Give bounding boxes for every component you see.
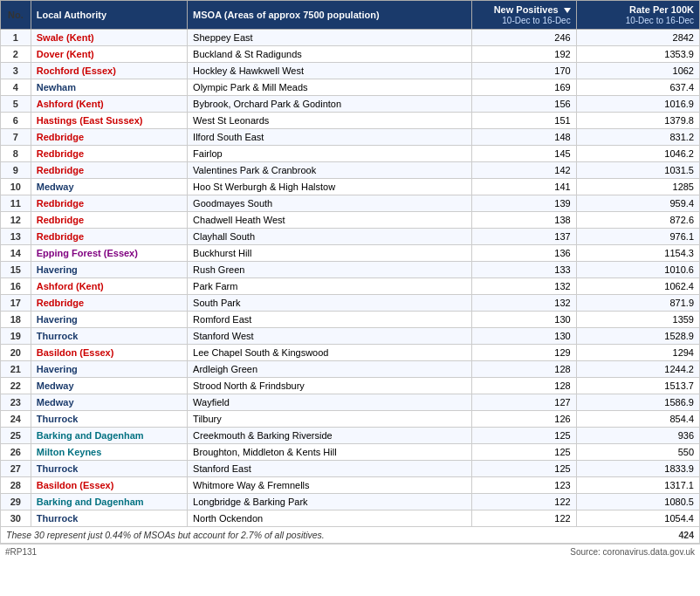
cell-msoa: Lee Chapel South & Kingswood	[188, 345, 472, 361]
table-row: 30ThurrockNorth Ockendon1221054.4	[1, 510, 700, 527]
cell-msoa: Romford East	[188, 312, 472, 328]
cell-msoa: Creekmouth & Barking Riverside	[188, 428, 472, 444]
cell-msoa: Sheppey East	[188, 30, 472, 46]
cell-new: 125	[472, 444, 577, 461]
cell-la: Redbridge	[31, 229, 187, 245]
cell-msoa: Broughton, Middleton & Kents Hill	[188, 444, 472, 461]
table-row: 9RedbridgeValentines Park & Cranbrook142…	[1, 162, 700, 179]
cell-la: Barking and Dagenham	[31, 494, 187, 510]
table-row: 8RedbridgeFairlop1451046.2	[1, 146, 700, 162]
cell-la: Thurrock	[31, 461, 187, 477]
table-row: 13RedbridgeClayhall South137976.1	[1, 229, 700, 245]
cell-msoa: Buckland & St Radigunds	[188, 46, 472, 63]
cell-no: 5	[1, 96, 31, 113]
table-row: 2Dover (Kent)Buckland & St Radigunds1921…	[1, 46, 700, 63]
cell-rate: 959.4	[576, 195, 699, 212]
cell-rate: 1353.9	[576, 46, 699, 63]
cell-no: 7	[1, 129, 31, 146]
cell-new: 123	[472, 477, 577, 494]
cell-msoa: Tilbury	[188, 411, 472, 428]
cell-no: 10	[1, 179, 31, 195]
cell-rate: 976.1	[576, 229, 699, 245]
cell-msoa: Hockley & Hawkwell West	[188, 63, 472, 79]
cell-la: Rochford (Essex)	[31, 63, 187, 79]
cell-rate: 1528.9	[576, 328, 699, 345]
cell-rate: 1244.2	[576, 361, 699, 378]
cell-la: Basildon (Essex)	[31, 477, 187, 494]
cell-la: Redbridge	[31, 295, 187, 312]
cell-new: 133	[472, 262, 577, 278]
cell-msoa: Strood North & Frindsbury	[188, 378, 472, 394]
cell-new: 130	[472, 312, 577, 328]
table-row: 5Ashford (Kent)Bybrook, Orchard Park & G…	[1, 96, 700, 113]
cell-rate: 1010.6	[576, 262, 699, 278]
cell-la: Havering	[31, 361, 187, 378]
cell-new: 148	[472, 129, 577, 146]
cell-rate: 1016.9	[576, 96, 699, 113]
table-row: 12RedbridgeChadwell Heath West138872.6	[1, 212, 700, 229]
footer-source: Source: coronavirus.data.gov.uk	[570, 547, 695, 557]
table-row: 16Ashford (Kent)Park Farm1321062.4	[1, 278, 700, 295]
table-row: 18HaveringRomford East1301359	[1, 312, 700, 328]
cell-rate: 1062	[576, 63, 699, 79]
cell-rate: 1046.2	[576, 146, 699, 162]
cell-new: 142	[472, 162, 577, 179]
cell-no: 16	[1, 278, 31, 295]
cell-new: 122	[472, 510, 577, 527]
cell-rate: 854.4	[576, 411, 699, 428]
cell-no: 13	[1, 229, 31, 245]
cell-la: Havering	[31, 262, 187, 278]
cell-no: 21	[1, 361, 31, 378]
table-row: 28Basildon (Essex)Whitmore Way & Fremnel…	[1, 477, 700, 494]
cell-msoa: Stanford West	[188, 328, 472, 345]
cell-la: Hastings (East Sussex)	[31, 113, 187, 129]
cell-rate: 936	[576, 428, 699, 444]
cell-new: 145	[472, 146, 577, 162]
cell-msoa: Rush Green	[188, 262, 472, 278]
cell-msoa: Buckhurst Hill	[188, 245, 472, 262]
cell-rate: 1586.9	[576, 394, 699, 411]
cell-rate: 1294	[576, 345, 699, 361]
table-row: 15HaveringRush Green1331010.6	[1, 262, 700, 278]
table-row: 24ThurrockTilbury126854.4	[1, 411, 700, 428]
cell-la: Redbridge	[31, 195, 187, 212]
cell-new: 130	[472, 328, 577, 345]
cell-rate: 1359	[576, 312, 699, 328]
cell-new: 169	[472, 79, 577, 96]
cell-new: 246	[472, 30, 577, 46]
cell-la: Dover (Kent)	[31, 46, 187, 63]
table-container: No. Local Authority MSOA (Areas of appro…	[0, 0, 700, 559]
cell-la: Thurrock	[31, 411, 187, 428]
cell-rate: 1154.3	[576, 245, 699, 262]
cell-msoa: Olympic Park & Mill Meads	[188, 79, 472, 96]
cell-rate: 1062.4	[576, 278, 699, 295]
cell-new: 137	[472, 229, 577, 245]
cell-la: Havering	[31, 312, 187, 328]
data-table: No. Local Authority MSOA (Areas of appro…	[0, 0, 700, 527]
cell-new: 122	[472, 494, 577, 510]
cell-no: 14	[1, 245, 31, 262]
cell-new: 125	[472, 428, 577, 444]
cell-no: 2	[1, 46, 31, 63]
cell-la: Redbridge	[31, 162, 187, 179]
cell-new: 127	[472, 394, 577, 411]
cell-new: 132	[472, 295, 577, 312]
table-row: 10MedwayHoo St Werburgh & High Halstow14…	[1, 179, 700, 195]
table-row: 3Rochford (Essex)Hockley & Hawkwell West…	[1, 63, 700, 79]
cell-la: Ashford (Kent)	[31, 96, 187, 113]
cell-no: 8	[1, 146, 31, 162]
cell-rate: 1379.8	[576, 113, 699, 129]
cell-rate: 1054.4	[576, 510, 699, 527]
cell-rate: 1285	[576, 179, 699, 195]
cell-new: 139	[472, 195, 577, 212]
cell-rate: 871.9	[576, 295, 699, 312]
cell-msoa: Clayhall South	[188, 229, 472, 245]
cell-new: 125	[472, 461, 577, 477]
footer-tag: #RP131	[5, 547, 37, 557]
cell-no: 25	[1, 428, 31, 444]
cell-la: Epping Forest (Essex)	[31, 245, 187, 262]
cell-msoa: Stanford East	[188, 461, 472, 477]
cell-la: Medway	[31, 378, 187, 394]
cell-no: 22	[1, 378, 31, 394]
cell-msoa: Bybrook, Orchard Park & Godinton	[188, 96, 472, 113]
